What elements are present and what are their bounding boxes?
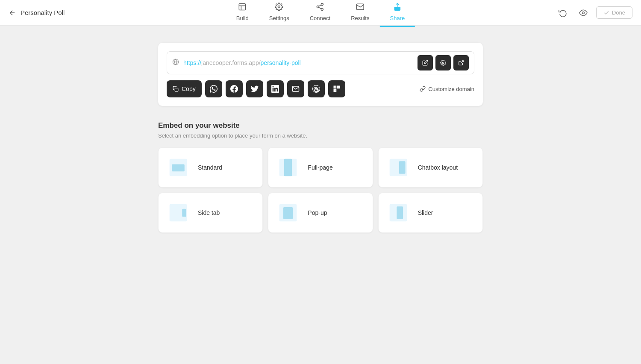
svg-rect-15 bbox=[175, 88, 178, 91]
fullpage-label: Full-page bbox=[308, 164, 332, 171]
customize-domain-link[interactable]: Customize domain bbox=[420, 86, 474, 92]
embed-option-sidetab[interactable]: Side tab bbox=[158, 193, 263, 233]
svg-rect-32 bbox=[172, 164, 185, 172]
url-actions bbox=[418, 55, 469, 70]
embed-option-popup[interactable]: Pop-up bbox=[268, 193, 373, 233]
share-buttons: Copy bbox=[167, 80, 345, 97]
open-url-button[interactable] bbox=[453, 55, 469, 70]
history-button[interactable] bbox=[555, 5, 570, 21]
slider-icon bbox=[387, 202, 409, 224]
svg-rect-42 bbox=[397, 206, 403, 219]
url-path: personality-poll bbox=[261, 59, 301, 66]
preview-button[interactable] bbox=[576, 5, 591, 21]
settings-icon bbox=[275, 3, 283, 13]
url-static: https:// bbox=[183, 59, 201, 66]
svg-rect-21 bbox=[334, 90, 335, 91]
settings-url-button[interactable] bbox=[435, 55, 451, 70]
whatsapp-button[interactable] bbox=[205, 80, 222, 97]
chatbox-label: Chatbox layout bbox=[418, 164, 458, 171]
sidetab-label: Side tab bbox=[198, 209, 220, 216]
embed-grid: Standard Full-page bbox=[158, 147, 483, 233]
svg-rect-19 bbox=[334, 87, 335, 88]
header-right: Done bbox=[555, 5, 632, 21]
done-button[interactable]: Done bbox=[596, 6, 632, 19]
svg-point-10 bbox=[582, 12, 584, 14]
tab-connect[interactable]: Connect bbox=[300, 0, 341, 27]
tab-settings[interactable]: Settings bbox=[259, 0, 300, 27]
popup-icon bbox=[277, 202, 299, 224]
copy-button[interactable]: Copy bbox=[167, 80, 202, 97]
svg-rect-36 bbox=[399, 161, 406, 174]
header: Personality Poll Build Settings bbox=[0, 0, 641, 26]
svg-rect-40 bbox=[283, 207, 293, 219]
embed-option-chatbox[interactable]: Chatbox layout bbox=[378, 147, 483, 188]
embed-title: Embed on your website bbox=[158, 121, 483, 130]
connect-icon bbox=[316, 3, 324, 13]
url-display: https://janecooper.forms.app/personality… bbox=[183, 59, 413, 66]
qr-button[interactable] bbox=[328, 80, 345, 97]
tab-results[interactable]: Results bbox=[341, 0, 379, 27]
embed-option-slider[interactable]: Slider bbox=[378, 193, 483, 233]
main-content: https://janecooper.forms.app/personality… bbox=[0, 26, 641, 250]
tab-build[interactable]: Build bbox=[226, 0, 259, 27]
embed-option-fullpage[interactable]: Full-page bbox=[268, 147, 373, 188]
nav-tabs: Build Settings Connect bbox=[226, 0, 415, 27]
results-icon bbox=[356, 3, 365, 13]
url-card: https://janecooper.forms.app/personality… bbox=[158, 43, 483, 106]
svg-point-3 bbox=[278, 6, 280, 8]
svg-rect-20 bbox=[338, 87, 339, 88]
svg-point-6 bbox=[321, 8, 323, 10]
slider-label: Slider bbox=[418, 209, 433, 216]
svg-point-4 bbox=[321, 3, 323, 6]
page-title: Personality Poll bbox=[21, 9, 65, 16]
globe-icon bbox=[172, 59, 179, 67]
header-left: Personality Poll bbox=[9, 9, 65, 17]
tab-share[interactable]: Share bbox=[379, 0, 415, 27]
svg-line-7 bbox=[319, 7, 321, 9]
standard-icon bbox=[167, 156, 189, 179]
svg-rect-0 bbox=[239, 4, 246, 10]
twitter-button[interactable] bbox=[246, 80, 263, 97]
svg-rect-34 bbox=[284, 159, 292, 176]
standard-label: Standard bbox=[198, 164, 222, 171]
facebook-button[interactable] bbox=[226, 80, 243, 97]
svg-line-14 bbox=[461, 61, 463, 63]
embed-option-standard[interactable]: Standard bbox=[158, 147, 263, 188]
email-button[interactable] bbox=[287, 80, 304, 97]
svg-point-5 bbox=[317, 6, 319, 8]
share-actions: Copy bbox=[167, 80, 474, 97]
svg-rect-38 bbox=[182, 209, 186, 217]
embed-section: Embed on your website Select an embeddin… bbox=[158, 121, 483, 233]
build-icon bbox=[238, 3, 247, 13]
url-domain: janecooper.forms.app/ bbox=[201, 59, 261, 66]
share-icon bbox=[393, 3, 402, 13]
embed-subtitle: Select an embedding option to place your… bbox=[158, 132, 483, 139]
chatbox-icon bbox=[387, 156, 409, 179]
back-button[interactable] bbox=[9, 9, 16, 17]
popup-label: Pop-up bbox=[308, 209, 327, 216]
edit-url-button[interactable] bbox=[418, 55, 433, 70]
svg-line-8 bbox=[319, 5, 321, 6]
url-bar: https://janecooper.forms.app/personality… bbox=[167, 51, 474, 74]
linkedin-button[interactable] bbox=[267, 80, 284, 97]
svg-point-13 bbox=[442, 62, 444, 64]
sidetab-icon bbox=[167, 202, 189, 224]
wordpress-button[interactable] bbox=[308, 80, 325, 97]
fullpage-icon bbox=[277, 156, 299, 179]
